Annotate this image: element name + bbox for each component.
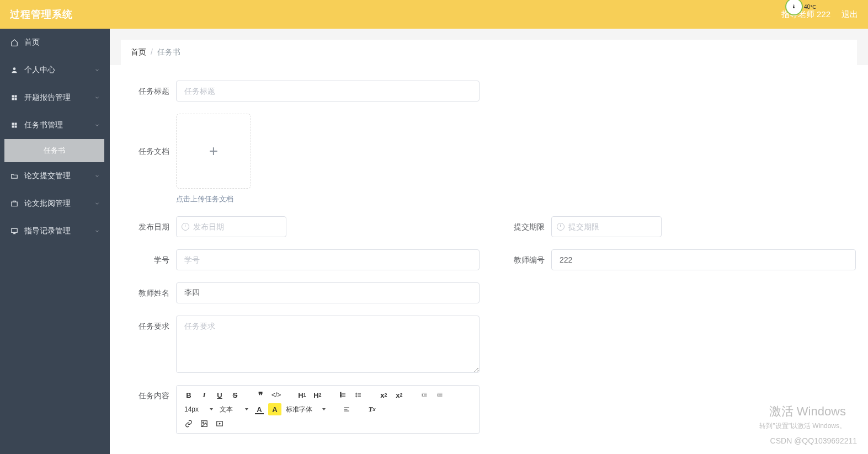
svg-point-33	[203, 422, 204, 423]
bg-color-button[interactable]: A	[268, 403, 281, 415]
svg-rect-8	[15, 126, 17, 128]
paragraph-value: 文本	[220, 405, 233, 414]
sidebar: 首页 个人中心 开题报告管理 任务书管理	[0, 29, 110, 454]
student-id-input[interactable]	[176, 249, 480, 270]
svg-rect-5	[12, 123, 14, 125]
font-family-value: 标准字体	[286, 405, 312, 414]
weather-widget: 🌡 40℃	[785, 0, 816, 15]
strike-button[interactable]: S	[228, 389, 242, 401]
video-button[interactable]	[213, 418, 226, 430]
font-size-select[interactable]: 14px	[182, 405, 215, 413]
svg-rect-1	[12, 95, 14, 98]
sidebar-item-profile[interactable]: 个人中心	[0, 56, 110, 84]
sidebar-subitem-taskbook[interactable]: 任务书	[4, 139, 104, 162]
link-button[interactable]	[182, 418, 195, 430]
chevron-down-icon	[94, 201, 100, 206]
sidebar-sublabel: 任务书	[44, 146, 65, 156]
svg-marker-35	[219, 423, 221, 425]
svg-text:3: 3	[340, 395, 342, 398]
due-date-input[interactable]	[551, 216, 662, 237]
svg-rect-2	[15, 95, 17, 98]
chevron-down-icon	[94, 228, 100, 234]
teacher-name-input[interactable]	[176, 282, 480, 303]
caret-icon	[245, 408, 248, 410]
logout-link[interactable]: 退出	[842, 9, 858, 20]
chevron-down-icon	[94, 67, 100, 73]
folder-icon	[10, 172, 19, 180]
svg-rect-4	[15, 98, 17, 100]
h1-button[interactable]: H1	[295, 389, 308, 401]
due-date-label: 提交期限	[496, 216, 551, 237]
task-doc-label: 任务文档	[121, 114, 176, 189]
pub-date-input[interactable]	[176, 216, 286, 237]
ordered-list-button[interactable]: 123	[336, 389, 349, 401]
underline-button[interactable]: U	[213, 389, 226, 401]
caret-icon	[322, 408, 326, 410]
superscript-button[interactable]: x2	[392, 389, 406, 401]
sidebar-item-thesis-review[interactable]: 论文批阅管理	[0, 190, 110, 217]
clear-format-button[interactable]: Tx	[365, 403, 379, 415]
font-size-value: 14px	[184, 405, 199, 413]
clock-icon	[182, 223, 189, 231]
svg-point-21	[356, 394, 357, 396]
sidebar-item-taskbook[interactable]: 任务书管理	[0, 111, 110, 139]
sidebar-label: 首页	[24, 38, 40, 47]
sidebar-item-guidance[interactable]: 指导记录管理	[0, 217, 110, 245]
teacher-id-input[interactable]	[551, 249, 856, 270]
svg-rect-7	[12, 126, 14, 128]
sidebar-label: 任务书管理	[24, 120, 63, 130]
breadcrumb-current: 任务书	[157, 47, 180, 57]
upload-hint[interactable]: 点击上传任务文档	[176, 194, 251, 204]
monitor-icon	[10, 227, 19, 236]
sidebar-label: 指导记录管理	[24, 226, 71, 236]
paragraph-select[interactable]: 文本	[217, 405, 251, 414]
teacher-name-label: 教师姓名	[121, 282, 176, 303]
breadcrumb-home[interactable]: 首页	[131, 47, 146, 57]
caret-icon	[210, 408, 213, 410]
font-family-select[interactable]: 标准字体	[284, 405, 328, 414]
plus-icon: +	[209, 142, 218, 160]
home-icon	[10, 38, 19, 47]
chevron-down-icon	[94, 122, 100, 128]
outdent-button[interactable]	[418, 389, 431, 401]
svg-point-0	[13, 67, 16, 70]
sidebar-label: 个人中心	[24, 65, 55, 75]
chevron-down-icon	[94, 173, 100, 179]
italic-button[interactable]: I	[198, 389, 211, 401]
sidebar-item-proposal[interactable]: 开题报告管理	[0, 84, 110, 111]
unordered-list-button[interactable]	[352, 389, 365, 401]
grid-icon	[10, 121, 19, 130]
upload-box[interactable]: +	[176, 114, 251, 189]
sidebar-item-home[interactable]: 首页	[0, 29, 110, 56]
task-title-label: 任务标题	[121, 81, 176, 102]
chevron-down-icon	[94, 95, 100, 100]
weather-icon: 🌡	[785, 0, 803, 15]
app-header: 过程管理系统 指导老师 222 退出	[0, 0, 868, 29]
pub-date-label: 发布日期	[121, 216, 176, 237]
font-color-button[interactable]: A	[253, 403, 266, 415]
task-title-input[interactable]	[176, 81, 480, 102]
subscript-button[interactable]: x2	[377, 389, 390, 401]
svg-rect-9	[12, 202, 18, 206]
code-button[interactable]: </>	[269, 389, 283, 401]
align-button[interactable]	[340, 403, 353, 415]
sidebar-label: 论文提交管理	[24, 171, 71, 181]
task-req-textarea[interactable]	[176, 316, 480, 373]
user-icon	[10, 66, 19, 74]
sidebar-item-thesis-submit[interactable]: 论文提交管理	[0, 162, 110, 190]
sidebar-label: 开题报告管理	[24, 93, 71, 103]
grid-icon	[10, 93, 19, 102]
indent-button[interactable]	[433, 389, 446, 401]
image-button[interactable]	[198, 418, 211, 430]
app-title: 过程管理系统	[10, 8, 73, 21]
bold-button[interactable]: B	[182, 389, 195, 401]
weather-temp: 40℃	[804, 4, 816, 10]
rich-editor: B I U S ❞ </> H1 H2 123	[176, 385, 480, 434]
student-id-label: 学号	[121, 249, 176, 270]
quote-button[interactable]: ❞	[254, 389, 267, 401]
h2-button[interactable]: H2	[311, 389, 324, 401]
svg-point-20	[356, 393, 357, 394]
breadcrumb-separator: /	[151, 47, 153, 57]
sidebar-label: 论文批阅管理	[24, 199, 71, 209]
teacher-id-label: 教师编号	[496, 249, 551, 270]
